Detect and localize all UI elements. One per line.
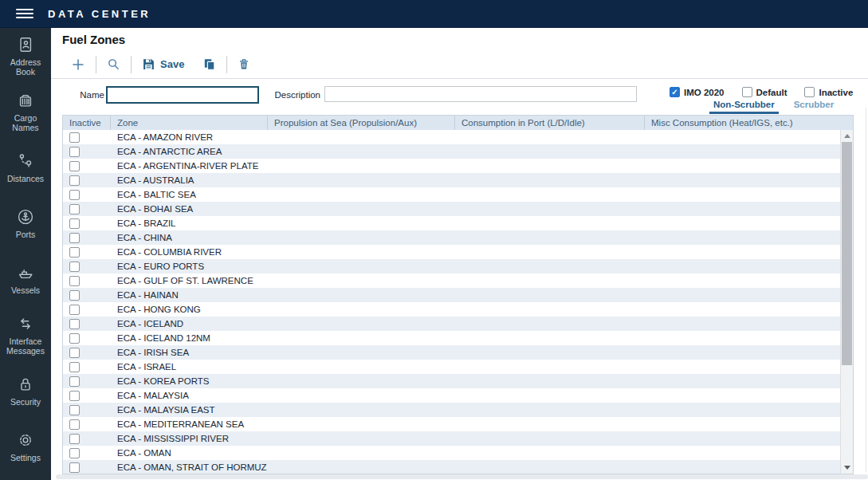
row-zone-cell[interactable]: ECA - GULF OF ST. LAWRENCE [111, 276, 253, 285]
sidebar-item-distances[interactable]: Distances [0, 140, 51, 195]
row-zone-cell[interactable]: ECA - CHINA [111, 233, 172, 242]
row-zone-cell[interactable]: ECA - HAINAN [111, 290, 179, 300]
save-button[interactable]: Save [142, 57, 184, 71]
row-zone-cell[interactable]: ECA - MALAYSIA [111, 391, 189, 400]
row-checkbox[interactable] [69, 448, 80, 458]
table-row[interactable]: ECA - ICELAND 12NM [63, 331, 840, 345]
row-checkbox[interactable] [69, 391, 80, 401]
add-button[interactable] [71, 57, 85, 72]
row-zone-cell[interactable]: ECA - AUSTRALIA [111, 175, 194, 185]
search-button[interactable] [107, 57, 120, 71]
column-header-inactive[interactable]: Inactive [63, 116, 111, 130]
table-row[interactable]: ECA - MALAYSIA EAST [63, 403, 840, 417]
row-zone-cell[interactable]: ECA - ARGENTINA-RIVER PLATE [111, 161, 258, 171]
row-checkbox[interactable] [69, 218, 80, 229]
table-row[interactable]: ECA - HONG KONG [63, 302, 840, 317]
table-row[interactable]: ECA - BRAZIL [63, 216, 840, 230]
table-row[interactable]: ECA - AUSTRALIA [63, 173, 840, 187]
row-zone-cell[interactable]: ECA - AMAZON RIVER [111, 132, 213, 142]
row-checkbox[interactable] [69, 305, 80, 315]
table-row[interactable]: ECA - ANTARCTIC AREA [63, 144, 840, 159]
table-row[interactable]: ECA - MEDITERRANEAN SEA [63, 417, 840, 431]
row-zone-cell[interactable]: ECA - OMAN, STRAIT OF HORMUZ [111, 462, 267, 472]
row-checkbox[interactable] [69, 419, 80, 430]
table-row[interactable]: ECA - BALTIC SEA [63, 187, 840, 202]
row-checkbox[interactable] [69, 247, 80, 258]
scroll-down-icon[interactable] [841, 462, 853, 474]
row-checkbox[interactable] [69, 204, 80, 214]
sidebar-item-address-book[interactable]: Address Book [0, 28, 51, 84]
copy-button[interactable] [202, 57, 216, 71]
checkbox-icon[interactable] [804, 87, 815, 97]
row-checkbox[interactable] [69, 175, 80, 186]
row-checkbox[interactable] [69, 161, 80, 171]
checkbox-icon[interactable] [742, 87, 752, 97]
table-row[interactable]: ECA - BOHAI SEA [63, 202, 840, 216]
table-row[interactable]: ECA - ICELAND [63, 317, 840, 331]
row-checkbox[interactable] [69, 262, 80, 272]
row-zone-cell[interactable]: ECA - COLUMBIA RIVER [111, 247, 222, 257]
row-zone-cell[interactable]: ECA - MALAYSIA EAST [111, 405, 215, 415]
row-zone-cell[interactable]: ECA - OMAN [111, 448, 171, 458]
row-zone-cell[interactable]: ECA - BALTIC SEA [111, 190, 196, 199]
delete-button[interactable] [238, 57, 250, 71]
filter-checkbox-default[interactable]: Default [742, 87, 787, 97]
column-header-propulsion[interactable]: Propulsion at Sea (Propulsion/Aux) [268, 116, 455, 130]
table-row[interactable]: ECA - IRISH SEA [63, 345, 840, 360]
row-zone-cell[interactable]: ECA - HONG KONG [111, 305, 201, 314]
column-header-zone[interactable]: Zone [111, 116, 268, 130]
row-checkbox[interactable] [69, 276, 80, 286]
row-zone-cell[interactable]: ECA - ANTARCTIC AREA [111, 147, 222, 156]
row-zone-cell[interactable]: ECA - BRAZIL [111, 218, 176, 228]
sidebar-item-cargo-names[interactable]: Cargo Names [0, 84, 51, 140]
row-checkbox[interactable] [69, 233, 80, 243]
row-zone-cell[interactable]: ECA - BOHAI SEA [111, 204, 193, 214]
name-input[interactable] [106, 86, 259, 104]
row-zone-cell[interactable]: ECA - ICELAND 12NM [111, 333, 210, 343]
sidebar-item-settings[interactable]: Settings [0, 419, 51, 474]
row-zone-cell[interactable]: ECA - EURO PORTS [111, 262, 204, 271]
row-checkbox[interactable] [69, 147, 80, 157]
row-checkbox[interactable] [69, 132, 80, 143]
row-checkbox[interactable] [69, 333, 80, 344]
table-row[interactable]: ECA - KOREA PORTS [63, 374, 840, 388]
row-checkbox[interactable] [69, 362, 80, 372]
tab-non-scrubber[interactable]: Non-Scrubber [709, 100, 779, 114]
filter-checkbox-inactive[interactable]: Inactive [804, 87, 853, 97]
table-row[interactable]: ECA - OMAN, STRAIT OF HORMUZ [63, 460, 840, 474]
sidebar-item-interface-messages[interactable]: Interface Messages [0, 307, 51, 363]
table-row[interactable]: ECA - HAINAN [63, 288, 840, 302]
column-header-consumption[interactable]: Consumption in Port (L/D/Idle) [455, 116, 645, 130]
row-checkbox[interactable] [69, 319, 80, 329]
table-row[interactable]: ECA - ISRAEL [63, 360, 840, 374]
row-checkbox[interactable] [69, 434, 80, 444]
table-row[interactable]: ECA - CHINA [63, 230, 840, 245]
row-zone-cell[interactable]: ECA - KOREA PORTS [111, 376, 209, 386]
sidebar-item-ports[interactable]: Ports [0, 195, 51, 251]
sidebar-item-vessels[interactable]: Vessels [0, 251, 51, 307]
horizontal-scrollbar[interactable] [56, 474, 868, 479]
filter-checkbox-imo-2020[interactable]: IMO 2020 [670, 87, 725, 97]
scroll-up-icon[interactable] [841, 130, 853, 142]
row-zone-cell[interactable]: ECA - ICELAND [111, 319, 183, 329]
vertical-scrollbar[interactable] [840, 130, 853, 474]
menu-icon[interactable] [16, 6, 33, 21]
table-row[interactable]: ECA - MISSISSIPPI RIVER [63, 431, 840, 446]
table-row[interactable]: ECA - COLUMBIA RIVER [63, 245, 840, 259]
row-checkbox[interactable] [69, 376, 80, 387]
row-checkbox[interactable] [69, 405, 80, 415]
row-checkbox[interactable] [69, 462, 80, 473]
row-zone-cell[interactable]: ECA - MEDITERRANEAN SEA [111, 419, 244, 429]
table-row[interactable]: ECA - OMAN [63, 446, 840, 460]
row-zone-cell[interactable]: ECA - IRISH SEA [111, 348, 189, 357]
row-checkbox[interactable] [69, 190, 80, 200]
table-row[interactable]: ECA - ARGENTINA-RIVER PLATE [63, 159, 840, 173]
table-row[interactable]: ECA - GULF OF ST. LAWRENCE [63, 273, 840, 288]
table-row[interactable]: ECA - AMAZON RIVER [63, 130, 840, 144]
column-header-misc[interactable]: Misc Consumption (Heat/IGS, etc.) [645, 116, 840, 130]
tab-scrubber[interactable]: Scrubber [790, 100, 839, 114]
table-row[interactable]: ECA - MALAYSIA [63, 388, 840, 403]
sidebar-item-security[interactable]: Security [0, 363, 51, 419]
row-zone-cell[interactable]: ECA - ISRAEL [111, 362, 176, 372]
row-checkbox[interactable] [69, 290, 80, 301]
